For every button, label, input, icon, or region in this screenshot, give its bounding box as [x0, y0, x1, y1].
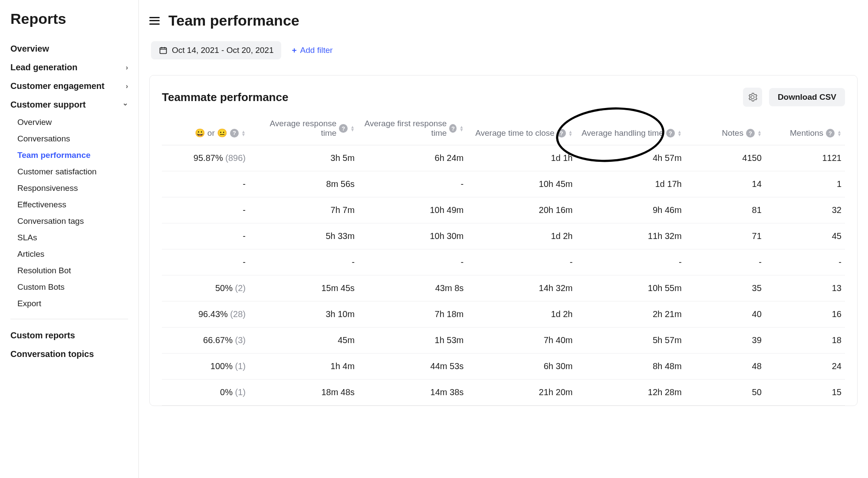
sidebar-sub-overview[interactable]: Overview — [10, 114, 128, 131]
cell-time-to-close: 20h 16m — [467, 197, 576, 223]
cell-mentions: 13 — [765, 275, 845, 301]
column-header-label: Average first response time — [362, 119, 447, 138]
cell-mentions: 1121 — [765, 145, 845, 171]
column-header[interactable]: Notes?▲▼ — [685, 115, 765, 145]
sidebar-item-label: Team performance — [17, 151, 91, 160]
help-icon[interactable]: ? — [557, 129, 566, 138]
sort-icon[interactable]: ▲▼ — [569, 130, 573, 136]
sidebar-item-conversation-topics[interactable]: Conversation topics — [10, 345, 128, 363]
table-row: -5h 33m10h 30m1d 2h11h 32m7145 — [162, 223, 845, 249]
main-content: Team performance Oct 14, 2021 - Oct 20, … — [139, 0, 868, 478]
sidebar-sub-custom-bots[interactable]: Custom Bots — [10, 279, 128, 295]
sidebar-sub-effectiveness[interactable]: Effectiveness — [10, 196, 128, 213]
sidebar-item-label: Overview — [17, 118, 52, 127]
svg-rect-0 — [160, 48, 167, 53]
cell-handling-time: 2h 21m — [576, 301, 685, 327]
sidebar-item-label: Conversation tags — [17, 216, 84, 226]
cell-first-response-time: 10h 49m — [358, 197, 467, 223]
sort-icon[interactable]: ▲▼ — [677, 130, 682, 136]
cell-notes: 50 — [685, 380, 765, 406]
cell-time-to-close: 21h 20m — [467, 380, 576, 406]
cell-csat: 0% (1) — [162, 380, 249, 406]
sidebar-item-customer-support[interactable]: Customer support — [10, 95, 128, 114]
date-range-button[interactable]: Oct 14, 2021 - Oct 20, 2021 — [151, 41, 281, 59]
sidebar-sub-export[interactable]: Export — [10, 295, 128, 312]
teammate-performance-table: 😀 or 😐?▲▼Average response time?▲▼Average… — [162, 115, 845, 406]
add-filter-button[interactable]: + Add filter — [292, 46, 332, 55]
sidebar-item-customer-engagement[interactable]: Customer engagement — [10, 77, 128, 95]
cell-csat: 50% (2) — [162, 275, 249, 301]
settings-button[interactable] — [743, 88, 762, 107]
sidebar-item-overview[interactable]: Overview — [10, 39, 128, 58]
cell-csat: 100% (1) — [162, 354, 249, 380]
sidebar-sub-conversations[interactable]: Conversations — [10, 131, 128, 147]
cell-response-time: 3h 10m — [249, 301, 358, 327]
cell-notes: 71 — [685, 223, 765, 249]
help-icon[interactable]: ? — [826, 129, 835, 138]
cell-notes: 4150 — [685, 145, 765, 171]
sort-icon[interactable]: ▲▼ — [459, 125, 464, 131]
sidebar-item-label: Customer satisfaction — [17, 167, 97, 177]
cell-time-to-close: 6h 30m — [467, 354, 576, 380]
chevron-right-icon — [126, 82, 128, 90]
sidebar-sub-responsiveness[interactable]: Responsiveness — [10, 180, 128, 196]
cell-mentions: 45 — [765, 223, 845, 249]
cell-handling-time: 5h 57m — [576, 327, 685, 354]
sidebar-item-custom-reports[interactable]: Custom reports — [10, 326, 128, 345]
cell-csat: 96.43% (28) — [162, 301, 249, 327]
column-header-label: Average response time — [253, 119, 336, 138]
cell-response-time: 1h 4m — [249, 354, 358, 380]
sort-icon[interactable]: ▲▼ — [350, 125, 355, 131]
help-icon[interactable]: ? — [666, 129, 675, 138]
column-header-label: Mentions — [790, 128, 823, 138]
cell-response-time: 5h 33m — [249, 223, 358, 249]
sidebar-sub-slas[interactable]: SLAs — [10, 229, 128, 246]
help-icon[interactable]: ? — [449, 124, 457, 133]
cell-response-time: 7h 7m — [249, 197, 358, 223]
sidebar-sub-customer-satisfaction[interactable]: Customer satisfaction — [10, 164, 128, 180]
sidebar-item-label: Conversation topics — [10, 349, 94, 359]
help-icon[interactable]: ? — [746, 129, 755, 138]
gear-icon — [748, 92, 757, 102]
column-header[interactable]: Average handling time?▲▼ — [576, 115, 685, 145]
sidebar-sub-resolution-bot[interactable]: Resolution Bot — [10, 262, 128, 279]
table-row: -8m 56s-10h 45m1d 17h141 — [162, 171, 845, 197]
column-header-label: Average time to close — [475, 128, 554, 138]
sidebar-item-label: Custom Bots — [17, 282, 65, 292]
help-icon[interactable]: ? — [230, 129, 239, 138]
cell-time-to-close: 10h 45m — [467, 171, 576, 197]
help-icon[interactable]: ? — [339, 124, 348, 133]
sidebar-item-label: Lead generation — [10, 62, 77, 72]
column-header[interactable]: Average response time?▲▼ — [249, 115, 358, 145]
sidebar-title: Reports — [10, 10, 128, 27]
column-header[interactable]: Mentions?▲▼ — [765, 115, 845, 145]
sort-icon[interactable]: ▲▼ — [757, 130, 762, 136]
column-header[interactable]: Average time to close?▲▼ — [467, 115, 576, 145]
sort-icon[interactable]: ▲▼ — [241, 130, 246, 136]
sidebar-item-label: Export — [17, 299, 41, 308]
cell-notes: - — [685, 249, 765, 275]
cell-handling-time: 12h 28m — [576, 380, 685, 406]
cell-first-response-time: - — [358, 249, 467, 275]
sidebar-sub-articles[interactable]: Articles — [10, 246, 128, 262]
cell-first-response-time: 1h 53m — [358, 327, 467, 354]
panel-title: Teammate performance — [162, 91, 288, 104]
table-row: 0% (1)18m 48s14m 38s21h 20m12h 28m5015 — [162, 380, 845, 406]
sidebar-item-label: Effectiveness — [17, 200, 66, 210]
sidebar-sub-team-performance[interactable]: Team performance — [10, 147, 128, 164]
cell-first-response-time: 44m 53s — [358, 354, 467, 380]
cell-time-to-close: 1d 2h — [467, 223, 576, 249]
cell-first-response-time: 6h 24m — [358, 145, 467, 171]
column-header[interactable]: 😀 or 😐?▲▼ — [162, 115, 249, 145]
sidebar-sub-conversation-tags[interactable]: Conversation tags — [10, 213, 128, 229]
sidebar-item-lead-generation[interactable]: Lead generation — [10, 58, 128, 77]
column-header-label: 😀 or 😐 — [195, 128, 227, 138]
hamburger-icon[interactable] — [149, 16, 160, 26]
cell-csat: - — [162, 223, 249, 249]
chevron-right-icon — [126, 64, 128, 72]
sidebar-separator — [10, 319, 128, 319]
sidebar-item-label: Resolution Bot — [17, 266, 71, 275]
column-header[interactable]: Average first response time?▲▼ — [358, 115, 467, 145]
sort-icon[interactable]: ▲▼ — [837, 130, 842, 136]
download-csv-button[interactable]: Download CSV — [769, 88, 845, 106]
